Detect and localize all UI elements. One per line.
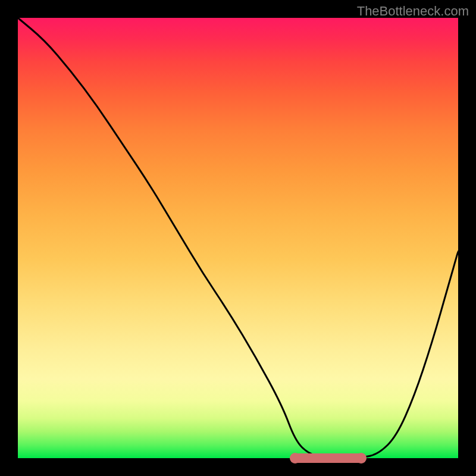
watermark-text: TheBottleneck.com [357,4,469,19]
bottleneck-curve-path [18,18,458,458]
plot-area [18,18,458,458]
optimal-range-end-dot [356,453,367,464]
chart-canvas: TheBottleneck.com [0,0,476,476]
curve-svg [18,18,458,458]
optimal-range-bar [293,453,364,463]
